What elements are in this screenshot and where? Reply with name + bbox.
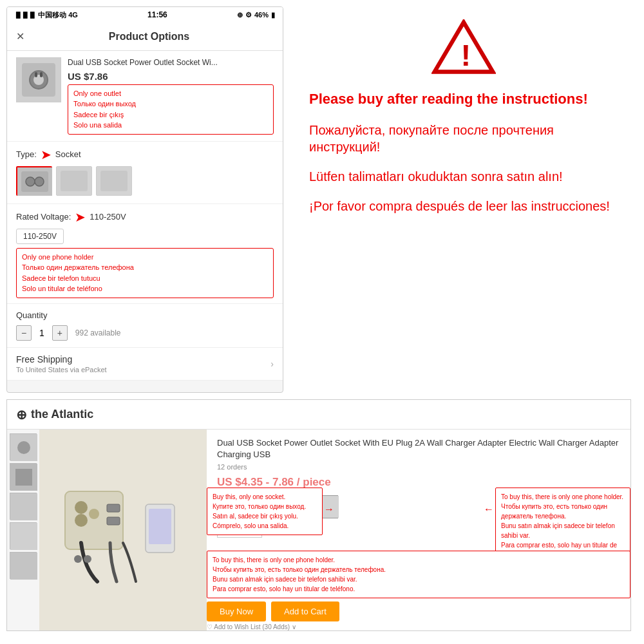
- shipping-subtitle: To United States via ePacket: [16, 366, 107, 374]
- website-header: ⊕ the Atlantic: [7, 400, 630, 430]
- battery-icon: ▮: [271, 11, 275, 19]
- orders-count: 12 orders: [217, 463, 620, 471]
- website-screenshot-panel: ⊕ the Atlantic: [6, 399, 631, 631]
- svg-rect-29: [107, 517, 120, 525]
- svg-point-26: [75, 514, 88, 527]
- shipping-section[interactable]: Free Shipping To United States via ePack…: [7, 348, 283, 381]
- right-warning-panel: ! Please buy after reading the instructi…: [290, 6, 638, 386]
- callout-left-line4: Cómprelo, solo una salida.: [213, 521, 317, 531]
- website-callout-socket: Buy this, only one socket. Купите это, т…: [207, 488, 323, 535]
- arrow-icon: ➤: [41, 147, 52, 162]
- svg-rect-22: [10, 553, 37, 580]
- svg-point-33: [84, 555, 91, 563]
- chevron-right-icon: ›: [270, 359, 274, 369]
- svg-rect-31: [149, 509, 171, 544]
- type-options: [16, 166, 274, 196]
- callout-right-top-line3: Bunu satın almak için sadece bir telefon…: [501, 521, 625, 540]
- quantity-value: 1: [39, 328, 44, 338]
- website-callout-holder-bottom: To buy this, there is only one phone hol…: [207, 551, 630, 598]
- svg-rect-20: [10, 493, 37, 520]
- voltage-label: Rated Voltage: ➤ 110-250V: [16, 209, 274, 225]
- wishlist-link[interactable]: ♡ Add to Wish List (30 Adds) ∨: [207, 623, 296, 630]
- voltage-section: Rated Voltage: ➤ 110-250V 110-250V Only …: [7, 204, 283, 304]
- quantity-available: 992 available: [75, 328, 121, 337]
- signal-bars: ▋▋▋: [15, 11, 36, 19]
- site-logo: ⊕ the Atlantic: [16, 407, 93, 422]
- product-thumbnail: [16, 57, 61, 102]
- warning-text-english: Please buy after reading the instruction…: [309, 90, 588, 109]
- thumbnail-5[interactable]: [10, 552, 37, 579]
- product-info: Dual USB Socket Power Outlet Socket Wi..…: [68, 57, 274, 135]
- svg-point-32: [74, 555, 82, 563]
- app-header: ✕ Product Options: [7, 23, 283, 51]
- svg-text:!: !: [460, 38, 471, 72]
- svg-rect-4: [35, 72, 37, 77]
- wifi-icon: ⊕: [237, 11, 243, 19]
- page-title: Product Options: [37, 31, 261, 43]
- wishlist-text: ♡ Add to Wish List (30 Adds) ∨: [207, 623, 296, 630]
- shipping-info: Free Shipping To United States via ePack…: [16, 354, 107, 374]
- type-option-2[interactable]: [56, 166, 92, 196]
- callout-bottom-line3: Bunu satın almak için sadece bir telefon…: [213, 574, 625, 584]
- close-button[interactable]: ✕: [16, 30, 24, 43]
- quantity-minus-button[interactable]: −: [16, 325, 32, 341]
- svg-rect-5: [40, 72, 43, 77]
- website-product-info: Dual USB Socket Power Outlet Socket With…: [207, 430, 630, 630]
- callout-bottom-line1: To buy this, there is only one phone hol…: [213, 555, 625, 565]
- warning-text-turkish: Lütfen talimatları okuduktan sonra satın…: [309, 168, 563, 185]
- warning-triangle-icon: !: [431, 19, 496, 77]
- callout-left-line3: Satın al, sadece bir çıkış yolu.: [213, 511, 317, 521]
- warning-callout-holder: Only one phone holder Только один держат…: [16, 248, 274, 298]
- logo-icon: ⊕: [16, 407, 27, 422]
- thumbnail-2[interactable]: [10, 463, 37, 490]
- svg-point-8: [26, 177, 35, 186]
- type-option-3[interactable]: [96, 166, 132, 196]
- buy-now-button[interactable]: Buy Now: [207, 601, 266, 621]
- svg-point-25: [75, 501, 88, 514]
- settings-icon: ⚙: [245, 11, 252, 19]
- quantity-controls: − 1 + 992 available: [16, 325, 274, 341]
- website-product-title: Dual USB Socket Power Outlet Socket With…: [217, 437, 620, 460]
- thumbnail-1[interactable]: [10, 433, 37, 460]
- warning-text-spanish: ¡Por favor compra después de leer las in…: [309, 198, 610, 214]
- holder-warning-line-2: Только один держатель телефона: [22, 262, 268, 273]
- product-price: US $7.86: [68, 71, 274, 82]
- voltage-arrow-icon: ➤: [75, 209, 86, 225]
- arrow-right-icon: →: [324, 504, 334, 515]
- carrier-signal: ▋▋▋ 中国移动 4G: [15, 10, 78, 20]
- holder-warning-line-1: Only one phone holder: [22, 252, 268, 263]
- shipping-title: Free Shipping: [16, 354, 107, 365]
- arrow-left-icon: ←: [484, 504, 494, 515]
- website-content: Dual USB Socket Power Outlet Socket With…: [7, 430, 630, 630]
- product-thumbnails-sidebar: [7, 430, 39, 630]
- warning-text-russian: Пожалуйста, покупайте после прочтения ин…: [309, 122, 618, 155]
- thumbnail-4[interactable]: [10, 522, 37, 549]
- svg-point-27: [89, 509, 99, 519]
- buy-buttons-row: Buy Now Add to Cart: [207, 601, 339, 621]
- svg-point-9: [35, 177, 44, 186]
- holder-warning-line-3: Sadece bir telefon tutucu: [22, 273, 268, 284]
- svg-rect-21: [10, 523, 37, 550]
- svg-rect-19: [15, 469, 32, 486]
- callout-left-line2: Купите это, только один выход.: [213, 502, 317, 511]
- thumbnail-3[interactable]: [10, 493, 37, 520]
- add-to-cart-button[interactable]: Add to Cart: [271, 601, 339, 621]
- type-section: Type: ➤ Socket: [7, 142, 283, 204]
- battery-status: ⊕ ⚙ 46% ▮: [237, 11, 275, 19]
- logo-text: the Atlantic: [31, 408, 93, 421]
- quantity-plus-button[interactable]: +: [52, 325, 68, 341]
- svg-rect-28: [107, 504, 120, 512]
- warning-line-2: Только один выход: [73, 99, 268, 109]
- callout-bottom-line4: Para comprar esto, solo hay un titular d…: [213, 584, 625, 594]
- mobile-panel: ▋▋▋ 中国移动 4G 11:56 ⊕ ⚙ 46% ▮ ✕ Product Op…: [6, 6, 283, 393]
- svg-rect-11: [61, 171, 88, 191]
- voltage-button[interactable]: 110-250V: [16, 229, 64, 244]
- product-row: Dual USB Socket Power Outlet Socket Wi..…: [7, 51, 283, 142]
- product-main-image: [39, 430, 207, 630]
- product-title: Dual USB Socket Power Outlet Socket Wi..…: [68, 57, 274, 68]
- svg-point-17: [17, 441, 30, 454]
- warning-line-1: Only one outlet: [73, 88, 268, 99]
- quantity-label: Quantity: [16, 310, 274, 320]
- type-option-1[interactable]: [16, 166, 52, 196]
- callout-bottom-line2: Чтобы купить это, есть только один держа…: [213, 565, 625, 574]
